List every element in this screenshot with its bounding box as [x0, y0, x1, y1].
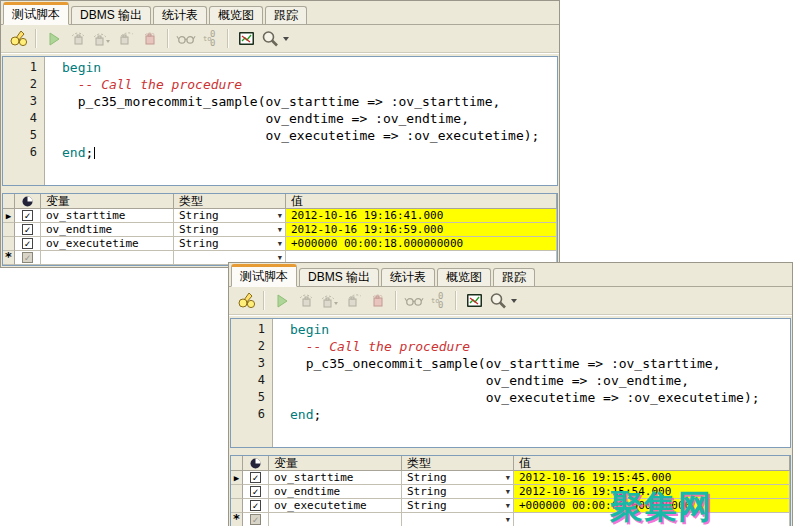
type-dropdown-icon[interactable]: ▼ — [506, 471, 513, 485]
row-indicator[interactable] — [3, 223, 15, 237]
stop-icon[interactable] — [368, 291, 388, 311]
type-column-header[interactable]: 类型 — [174, 194, 286, 209]
type-dropdown-icon[interactable]: ▼ — [506, 499, 513, 513]
variable-column-header[interactable]: 变量 — [269, 456, 402, 471]
tab-inactive[interactable]: 概览图 — [209, 6, 263, 24]
type-column-header[interactable]: 类型 — [402, 456, 514, 471]
variable-value-cell[interactable]: 2012-10-16 19:16:59.000 — [286, 223, 557, 237]
checkbox-cell[interactable]: ✓ — [15, 209, 41, 223]
variable-value-cell[interactable]: 2012-10-16 19:15:45.000 — [514, 471, 790, 485]
row-indicator[interactable] — [3, 237, 15, 251]
variable-value-cell[interactable] — [514, 513, 790, 526]
magnifier-dropdown-caret[interactable] — [283, 37, 289, 41]
step-out-icon[interactable] — [116, 29, 136, 49]
code-editor[interactable]: 123456 begin -- Call the procedure p_c35… — [2, 56, 558, 186]
tab-inactive[interactable]: 统计表 — [381, 268, 435, 286]
zero-to-zero-icon[interactable]: 0 to 0 — [200, 29, 220, 49]
variable-enabled-checkbox[interactable]: ✓ — [22, 210, 33, 221]
type-dropdown-icon[interactable]: ▼ — [278, 237, 285, 251]
variable-name-cell[interactable]: ov_starttime — [41, 209, 174, 223]
variable-type-cell[interactable]: String▼ — [402, 485, 514, 499]
variable-value-cell[interactable]: +000000 00:00:18.000000000 — [286, 237, 557, 251]
tab-inactive[interactable]: 统计表 — [153, 6, 207, 24]
run-icon[interactable] — [44, 29, 64, 49]
magnifier-icon[interactable] — [260, 29, 290, 49]
variable-enabled-checkbox[interactable]: ✓ — [250, 514, 261, 525]
variable-name-cell[interactable] — [41, 251, 174, 265]
tab-active[interactable]: 测试脚本 — [3, 2, 69, 25]
code-line[interactable]: p_c35_morecommit_sample(ov_starttime => … — [62, 93, 557, 110]
test-script-icon[interactable] — [236, 291, 256, 311]
checkbox-cell[interactable]: ✓ — [15, 237, 41, 251]
type-dropdown-icon[interactable]: ▼ — [278, 223, 285, 237]
variable-name-cell[interactable]: ov_executetime — [41, 237, 174, 251]
step-out-icon[interactable] — [344, 291, 364, 311]
row-indicator[interactable] — [231, 499, 243, 513]
variable-type-cell[interactable]: String▼ — [402, 499, 514, 513]
value-column-header[interactable]: 值 — [286, 194, 557, 209]
glasses-icon[interactable] — [176, 29, 196, 49]
code-line[interactable]: p_c35_onecommit_sample(ov_starttime => :… — [290, 355, 790, 372]
variable-name-cell[interactable]: ov_starttime — [269, 471, 402, 485]
code-line[interactable]: begin — [290, 321, 790, 338]
tab-inactive[interactable]: 概览图 — [437, 268, 491, 286]
variable-name-cell[interactable] — [269, 513, 402, 526]
code-line[interactable]: ov_executetime => :ov_executetime); — [62, 127, 557, 144]
type-dropdown-icon[interactable]: ▼ — [506, 513, 513, 526]
code-line[interactable]: ov_endtime => :ov_endtime, — [290, 372, 790, 389]
variable-value-cell[interactable]: 2012-10-16 19:16:41.000 — [286, 209, 557, 223]
glasses-icon[interactable] — [404, 291, 424, 311]
step-into-icon[interactable] — [68, 29, 88, 49]
variable-enabled-checkbox[interactable]: ✓ — [250, 472, 261, 483]
monitor-icon[interactable] — [236, 29, 256, 49]
checkbox-cell[interactable]: ✓ — [243, 471, 269, 485]
code-line[interactable]: end; — [290, 406, 790, 423]
checkbox-cell[interactable]: ✓ — [15, 223, 41, 237]
code-line[interactable]: -- Call the procedure — [290, 338, 790, 355]
step-into-icon[interactable] — [296, 291, 316, 311]
variable-name-cell[interactable]: ov_endtime — [269, 485, 402, 499]
row-indicator[interactable]: ▶ — [231, 471, 243, 485]
code-editor[interactable]: 123456 begin -- Call the procedure p_c35… — [230, 318, 791, 448]
row-indicator[interactable] — [231, 485, 243, 499]
tab-inactive[interactable]: DBMS 输出 — [299, 268, 379, 286]
code-line[interactable]: ov_executetime => :ov_executetime); — [290, 389, 790, 406]
variable-name-cell[interactable]: ov_endtime — [41, 223, 174, 237]
variable-enabled-checkbox[interactable]: ✓ — [250, 486, 261, 497]
variable-name-cell[interactable]: ov_executetime — [269, 499, 402, 513]
test-script-icon[interactable] — [8, 29, 28, 49]
checkbox-cell[interactable]: ✓ — [243, 499, 269, 513]
code-text[interactable]: begin -- Call the procedure p_c35_onecom… — [273, 319, 790, 447]
stop-icon[interactable] — [140, 29, 160, 49]
variable-type-cell[interactable]: String▼ — [174, 223, 286, 237]
zero-to-zero-icon[interactable]: 0 to 0 — [428, 291, 448, 311]
magnifier-dropdown-caret[interactable] — [511, 299, 517, 303]
variable-enabled-checkbox[interactable]: ✓ — [250, 500, 261, 511]
tab-inactive[interactable]: DBMS 输出 — [71, 6, 151, 24]
run-icon[interactable] — [272, 291, 292, 311]
tab-inactive[interactable]: 跟踪 — [493, 268, 535, 286]
variable-type-cell[interactable]: String▼ — [174, 237, 286, 251]
magnifier-icon[interactable] — [488, 291, 518, 311]
variable-value-cell[interactable]: 2012-10-16 19:15:54.000 — [514, 485, 790, 499]
step-over-icon[interactable] — [92, 29, 112, 49]
step-over-icon[interactable] — [320, 291, 340, 311]
tab-active[interactable]: 测试脚本 — [231, 264, 297, 287]
code-line[interactable]: ov_endtime => :ov_endtime, — [62, 110, 557, 127]
row-indicator[interactable]: ▶ — [3, 209, 15, 223]
checkbox-cell[interactable]: ✓ — [243, 485, 269, 499]
variable-column-header[interactable]: 变量 — [41, 194, 174, 209]
type-dropdown-icon[interactable]: ▼ — [506, 485, 513, 499]
variable-type-cell[interactable]: ▼ — [402, 513, 514, 526]
code-line[interactable]: begin — [62, 59, 557, 76]
code-line[interactable]: -- Call the procedure — [62, 76, 557, 93]
editor-grid-splitter[interactable] — [1, 186, 559, 193]
variable-enabled-checkbox[interactable]: ✓ — [22, 252, 33, 263]
tab-inactive[interactable]: 跟踪 — [265, 6, 307, 24]
editor-grid-splitter[interactable] — [229, 448, 792, 455]
variable-type-cell[interactable]: String▼ — [174, 209, 286, 223]
code-line[interactable]: end; — [62, 144, 557, 161]
value-column-header[interactable]: 值 — [514, 456, 790, 471]
variable-value-cell[interactable]: +000000 00:00:09.000000000 — [514, 499, 790, 513]
variable-enabled-checkbox[interactable]: ✓ — [22, 224, 33, 235]
